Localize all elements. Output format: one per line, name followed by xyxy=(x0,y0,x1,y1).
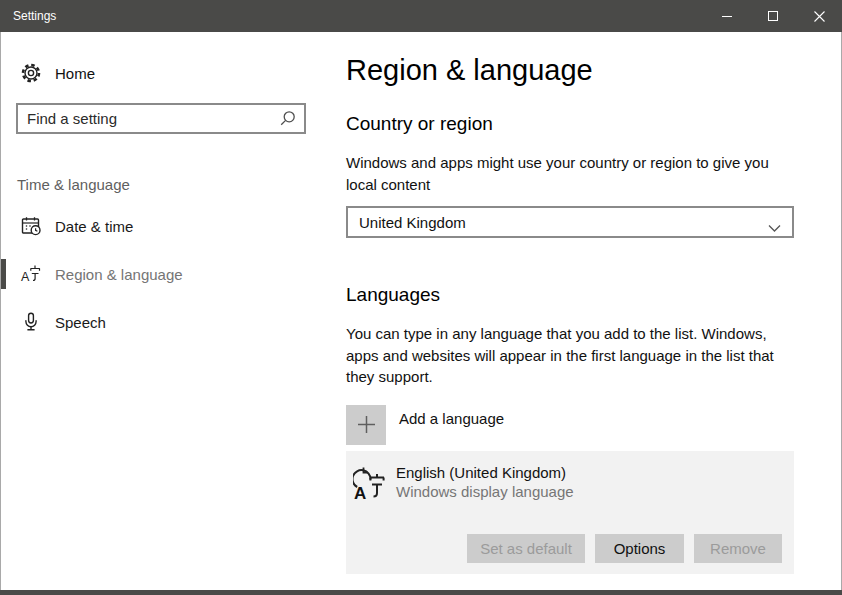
titlebar: Settings xyxy=(0,0,842,32)
sidebar-item-label: Region & language xyxy=(55,266,183,283)
sidebar-item-home[interactable]: Home xyxy=(1,58,331,88)
language-name: English (United Kingdom) xyxy=(396,463,574,482)
language-subtitle: Windows display language xyxy=(396,482,574,501)
sidebar-nav: Date & time A Region & language xyxy=(1,206,331,342)
sidebar-group-header: Time & language xyxy=(17,176,331,193)
microphone-icon xyxy=(20,311,42,333)
page-title: Region & language xyxy=(346,54,841,87)
close-icon xyxy=(814,11,825,22)
country-region-dropdown[interactable]: United Kingdom xyxy=(346,206,794,238)
options-button[interactable]: Options xyxy=(595,534,684,563)
maximize-icon xyxy=(768,11,778,21)
language-list-item[interactable]: A English (United Kingdom) Windows displ… xyxy=(346,451,794,574)
window-controls xyxy=(704,0,842,32)
svg-text:A: A xyxy=(354,484,366,502)
language-item-buttons: Set as default Options Remove xyxy=(353,534,782,563)
sidebar-item-region-language[interactable]: A Region & language xyxy=(1,254,331,294)
languages-description: You can type in any language that you ad… xyxy=(346,323,798,388)
main-content: Region & language Country or region Wind… xyxy=(331,32,841,590)
language-item-texts: English (United Kingdom) Windows display… xyxy=(396,463,574,502)
sidebar-item-date-time[interactable]: Date & time xyxy=(1,206,331,246)
sidebar-home-label: Home xyxy=(55,65,95,82)
country-region-heading: Country or region xyxy=(346,113,841,135)
search-box xyxy=(16,103,306,134)
plus-icon xyxy=(346,405,386,445)
language-item-header: A English (United Kingdom) Windows displ… xyxy=(353,463,782,502)
sidebar-item-label: Speech xyxy=(55,314,106,331)
clock-a-character-icon: A xyxy=(353,462,387,502)
window-bottom-border xyxy=(0,590,842,595)
a-character-icon: A xyxy=(20,263,42,285)
languages-heading: Languages xyxy=(346,284,841,306)
gear-icon xyxy=(20,62,42,84)
calendar-clock-icon xyxy=(20,215,42,237)
close-button[interactable] xyxy=(796,0,842,32)
sidebar-item-speech[interactable]: Speech xyxy=(1,302,331,342)
sidebar-item-label: Date & time xyxy=(55,218,133,235)
window-body: Home Time & language xyxy=(0,32,842,590)
sidebar: Home Time & language xyxy=(1,32,331,590)
add-language-label: Add a language xyxy=(399,410,504,427)
country-region-description: Windows and apps might use your country … xyxy=(346,152,798,195)
minimize-button[interactable] xyxy=(704,0,750,32)
window-title: Settings xyxy=(0,9,704,23)
svg-text:A: A xyxy=(21,270,30,284)
remove-button[interactable]: Remove xyxy=(694,534,782,563)
maximize-button[interactable] xyxy=(750,0,796,32)
chevron-down-icon xyxy=(768,219,781,236)
set-as-default-button[interactable]: Set as default xyxy=(467,534,585,563)
settings-window: Settings xyxy=(0,0,842,595)
search-input[interactable] xyxy=(18,110,304,127)
country-region-dropdown-value: United Kingdom xyxy=(359,214,466,231)
add-language-button[interactable]: Add a language xyxy=(346,405,841,445)
search-icon[interactable] xyxy=(279,110,296,127)
minimize-icon xyxy=(722,11,732,21)
